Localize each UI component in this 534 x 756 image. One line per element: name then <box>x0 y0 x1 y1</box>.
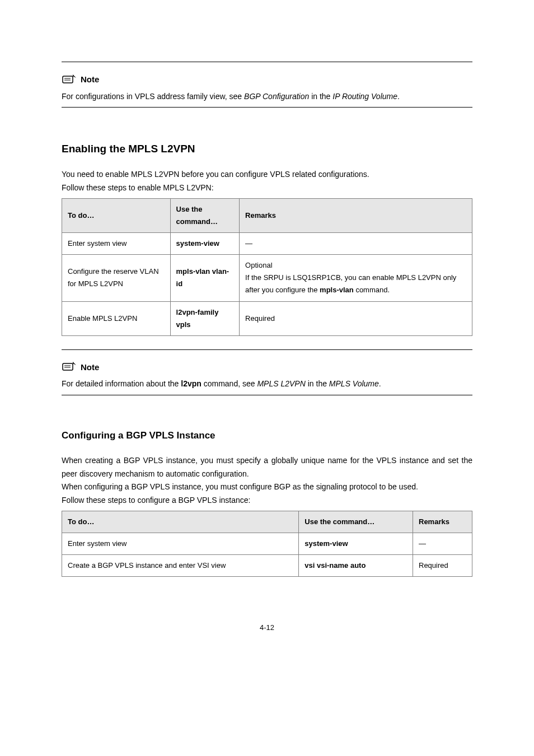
text-fragment: BGP Configuration <box>244 92 309 101</box>
col-header: Use the command… <box>170 198 240 232</box>
table-row: To do… Use the command… Remarks <box>62 198 472 232</box>
table-cell: l2vpn-family vpls <box>170 301 240 335</box>
paragraph: When creating a BGP VPLS instance, you m… <box>62 454 472 481</box>
table-row: Enable MPLS L2VPN l2vpn-family vpls Requ… <box>62 301 472 335</box>
col-header: Use the command… <box>299 511 413 533</box>
text-fragment: in the <box>306 379 329 388</box>
col-header: Remarks <box>240 198 472 232</box>
table-cell: Configure the reserve VLAN for MPLS L2VP… <box>62 255 171 301</box>
text-fragment: command, see <box>202 379 257 388</box>
table-row: Create a BGP VPLS instance and enter VSI… <box>62 555 472 577</box>
table-cell: — <box>240 233 472 255</box>
col-header: Remarks <box>413 511 472 533</box>
note-text: For detailed information about the l2vpn… <box>62 376 472 391</box>
paragraph: When configuring a BGP VPLS instance, yo… <box>62 480 472 494</box>
svg-rect-0 <box>63 76 73 83</box>
table-cell: Create a BGP VPLS instance and enter VSI… <box>62 555 299 577</box>
text-fragment: . <box>397 92 400 101</box>
text-fragment: For detailed information about the <box>62 379 181 388</box>
table-row: To do… Use the command… Remarks <box>62 511 472 533</box>
table-row: Enter system view system-view — <box>62 533 472 555</box>
col-header: To do… <box>62 198 171 232</box>
table-cell: Enter system view <box>62 533 299 555</box>
note-label: Note <box>81 360 99 375</box>
table-cell: Optional If the SRPU is LSQ1SRP1CB, you … <box>240 255 472 301</box>
section-heading: Enabling the MPLS L2VPN <box>62 140 472 158</box>
table-row: Enter system view system-view — <box>62 233 472 255</box>
section-heading: Configuring a BGP VPLS Instance <box>62 428 472 444</box>
text-fragment: command. <box>354 286 390 294</box>
command-text: vsi vsi-name auto <box>305 561 366 570</box>
text-fragment: . <box>379 379 381 388</box>
table-cell: Required <box>240 301 472 335</box>
note-block: Note For configurations in VPLS address … <box>62 72 472 104</box>
config-table: To do… Use the command… Remarks Enter sy… <box>62 198 472 336</box>
text-fragment: IP Routing Volume <box>332 92 397 101</box>
command-text: mpls-vlan <box>320 286 354 294</box>
note-icon <box>62 361 77 373</box>
table-cell: system-view <box>170 233 240 255</box>
note-block: Note For detailed information about the … <box>62 360 472 391</box>
table-cell: system-view <box>299 533 413 555</box>
config-table: To do… Use the command… Remarks Enter sy… <box>62 511 472 577</box>
table-cell: Required <box>413 555 472 577</box>
text-fragment: MPLS Volume <box>329 379 379 388</box>
text-fragment: in the <box>309 92 332 101</box>
paragraph: Follow these steps to configure a BGP VP… <box>62 494 472 507</box>
paragraph: You need to enable MPLS L2VPN before you… <box>62 168 472 181</box>
command-text: system-view <box>176 239 219 248</box>
svg-rect-3 <box>63 363 73 370</box>
table-cell: mpls-vlan vlan-id <box>170 255 240 301</box>
table-cell: Enable MPLS L2VPN <box>62 301 171 335</box>
text-fragment: For configurations in VPLS address famil… <box>62 92 244 101</box>
note-text: For configurations in VPLS address famil… <box>62 89 472 104</box>
page-number: 4-12 <box>62 622 472 634</box>
table-cell: vsi vsi-name auto <box>299 555 413 577</box>
table-cell: — <box>413 533 472 555</box>
col-header: To do… <box>62 511 299 533</box>
table-row: Configure the reserve VLAN for MPLS L2VP… <box>62 255 472 301</box>
note-label: Note <box>81 72 99 87</box>
command-text: system-view <box>305 539 348 548</box>
table-cell: Enter system view <box>62 233 171 255</box>
paragraph: Follow these steps to enable MPLS L2VPN: <box>62 181 472 195</box>
command-text: mpls-vlan vlan-id <box>176 267 229 288</box>
note-icon <box>62 73 77 86</box>
command-text: l2vpn <box>181 379 202 388</box>
text-fragment: MPLS L2VPN <box>257 379 305 388</box>
command-text: l2vpn-family vpls <box>176 308 219 329</box>
